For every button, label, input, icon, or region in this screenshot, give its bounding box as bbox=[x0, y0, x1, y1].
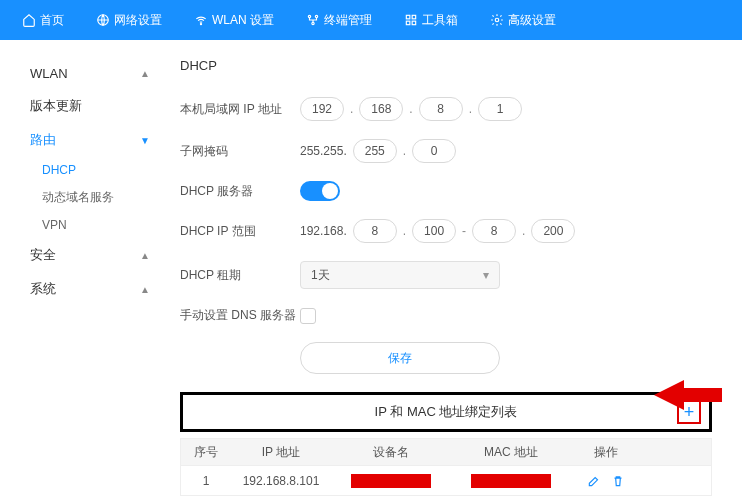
svg-rect-8 bbox=[412, 21, 416, 25]
nav-terminal-label: 终端管理 bbox=[324, 12, 372, 29]
delete-icon[interactable] bbox=[611, 474, 625, 488]
sidebar-security[interactable]: 安全▲ bbox=[30, 238, 170, 272]
sidebar-system[interactable]: 系统▲ bbox=[30, 272, 170, 306]
nav-wlan-label: WLAN 设置 bbox=[212, 12, 274, 29]
subnet-4[interactable] bbox=[412, 139, 456, 163]
range-prefix: 192.168. bbox=[300, 224, 347, 238]
nav-home-label: 首页 bbox=[40, 12, 64, 29]
table-row: 1 192.168.8.101 bbox=[180, 466, 712, 496]
sidebar-routing[interactable]: 路由▼ bbox=[30, 123, 170, 157]
range-b4[interactable] bbox=[531, 219, 575, 243]
lan-ip-label: 本机局域网 IP 地址 bbox=[180, 101, 300, 118]
save-button[interactable]: 保存 bbox=[300, 342, 500, 374]
svg-rect-7 bbox=[406, 21, 410, 25]
lan-ip-3[interactable] bbox=[419, 97, 463, 121]
sidebar-vpn[interactable]: VPN bbox=[30, 212, 170, 238]
lan-ip-1[interactable] bbox=[300, 97, 344, 121]
add-binding-button[interactable]: + bbox=[677, 400, 701, 424]
home-icon bbox=[22, 13, 36, 27]
terminal-icon bbox=[306, 13, 320, 27]
chevron-up-icon: ▲ bbox=[140, 68, 150, 79]
svg-point-1 bbox=[200, 24, 201, 25]
chevron-down-icon: ▼ bbox=[140, 135, 150, 146]
dhcp-range-label: DHCP IP 范围 bbox=[180, 223, 300, 240]
dhcp-server-toggle[interactable] bbox=[300, 181, 340, 201]
svg-point-4 bbox=[312, 22, 314, 24]
manual-dns-checkbox[interactable] bbox=[300, 308, 316, 324]
subnet-prefix: 255.255. bbox=[300, 144, 347, 158]
nav-advanced-label: 高级设置 bbox=[508, 12, 556, 29]
nav-toolbox-label: 工具箱 bbox=[422, 12, 458, 29]
toolbox-icon bbox=[404, 13, 418, 27]
range-a4[interactable] bbox=[412, 219, 456, 243]
subnet-3[interactable] bbox=[353, 139, 397, 163]
chevron-up-icon: ▲ bbox=[140, 284, 150, 295]
svg-rect-5 bbox=[406, 15, 410, 19]
page-title: DHCP bbox=[180, 58, 712, 73]
edit-icon[interactable] bbox=[587, 474, 601, 488]
lan-ip-2[interactable] bbox=[359, 97, 403, 121]
dhcp-server-label: DHCP 服务器 bbox=[180, 183, 300, 200]
nav-terminal[interactable]: 终端管理 bbox=[304, 8, 374, 33]
table-header: 序号 IP 地址 设备名 MAC 地址 操作 bbox=[180, 438, 712, 466]
svg-point-3 bbox=[315, 15, 317, 17]
binding-table-title: IP 和 MAC 地址绑定列表 + bbox=[180, 392, 712, 432]
nav-advanced[interactable]: 高级设置 bbox=[488, 8, 558, 33]
sidebar-ddns[interactable]: 动态域名服务 bbox=[30, 183, 170, 212]
redacted-mac bbox=[471, 474, 551, 488]
range-b3[interactable] bbox=[472, 219, 516, 243]
nav-toolbox[interactable]: 工具箱 bbox=[402, 8, 460, 33]
svg-point-9 bbox=[495, 18, 499, 22]
range-a3[interactable] bbox=[353, 219, 397, 243]
manual-dns-label: 手动设置 DNS 服务器 bbox=[180, 307, 300, 324]
sidebar-version[interactable]: 版本更新 bbox=[30, 89, 170, 123]
sidebar-wlan[interactable]: WLAN▲ bbox=[30, 58, 170, 89]
lease-select[interactable]: 1天▾ bbox=[300, 261, 500, 289]
nav-wlan[interactable]: WLAN 设置 bbox=[192, 8, 276, 33]
svg-point-2 bbox=[308, 15, 310, 17]
svg-rect-6 bbox=[412, 15, 416, 19]
sidebar-dhcp[interactable]: DHCP bbox=[30, 157, 170, 183]
globe-icon bbox=[96, 13, 110, 27]
content: DHCP 本机局域网 IP 地址 . . . 子网掩码 255.255. . D… bbox=[170, 40, 742, 500]
nav-network[interactable]: 网络设置 bbox=[94, 8, 164, 33]
redacted-device bbox=[351, 474, 431, 488]
wifi-icon bbox=[194, 13, 208, 27]
subnet-label: 子网掩码 bbox=[180, 143, 300, 160]
nav-network-label: 网络设置 bbox=[114, 12, 162, 29]
lease-label: DHCP 租期 bbox=[180, 267, 300, 284]
chevron-down-icon: ▾ bbox=[483, 268, 489, 282]
gear-icon bbox=[490, 13, 504, 27]
sidebar: WLAN▲ 版本更新 路由▼ DHCP 动态域名服务 VPN 安全▲ 系统▲ bbox=[0, 40, 170, 500]
lan-ip-4[interactable] bbox=[478, 97, 522, 121]
chevron-up-icon: ▲ bbox=[140, 250, 150, 261]
nav-home[interactable]: 首页 bbox=[20, 8, 66, 33]
